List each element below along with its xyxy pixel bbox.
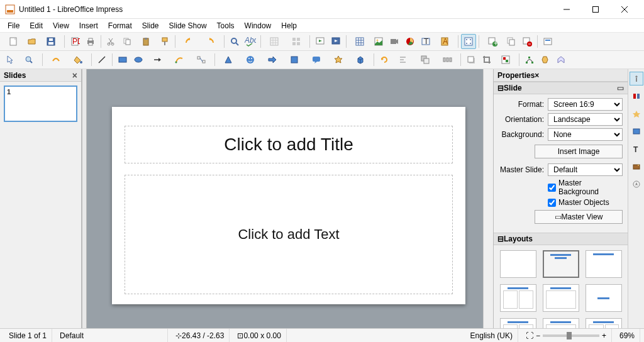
tab-animation[interactable] [630, 107, 643, 121]
start-current-button[interactable] [328, 34, 343, 49]
new-button[interactable] [3, 34, 24, 49]
master-slide-select[interactable]: Default [548, 163, 623, 176]
minimize-button[interactable] [552, 0, 581, 19]
clone-format-button[interactable] [157, 34, 172, 49]
zoom-percent[interactable]: 69% [614, 329, 640, 342]
delete-slide-button[interactable] [519, 34, 535, 49]
splitter[interactable] [82, 69, 87, 328]
rotate-button[interactable] [377, 52, 392, 67]
line-color-button[interactable] [45, 52, 67, 67]
insert-table-button[interactable] [349, 34, 370, 49]
menu-tools[interactable]: Tools [212, 20, 240, 31]
layout-title-only[interactable] [586, 250, 622, 278]
menu-format[interactable]: Format [103, 20, 137, 31]
insert-textbox-button[interactable]: T [418, 34, 433, 49]
arrange-button[interactable] [414, 52, 436, 67]
close-button[interactable] [610, 0, 639, 19]
3d-objects-button[interactable] [350, 52, 371, 67]
layout-content[interactable] [543, 284, 579, 312]
toggle-point-edit-button[interactable] [522, 52, 537, 67]
layout-title-content[interactable] [543, 250, 579, 278]
open-button[interactable] [25, 34, 40, 49]
tab-navigator[interactable] [630, 177, 643, 191]
layout-blank[interactable] [500, 250, 536, 278]
format-select[interactable]: Screen 16:9 [548, 98, 623, 111]
menu-view[interactable]: View [48, 20, 74, 31]
paste-button[interactable] [135, 34, 157, 49]
orientation-select[interactable]: Landscape [548, 113, 623, 126]
rectangle-tool[interactable] [115, 52, 130, 67]
redo-button[interactable] [200, 34, 221, 49]
zoom-tool[interactable] [18, 52, 40, 67]
distribute-button[interactable] [436, 52, 458, 67]
vertical-scrollbar[interactable] [483, 69, 493, 328]
glue-points-button[interactable] [538, 52, 553, 67]
save-button[interactable] [40, 34, 62, 49]
selection-tool[interactable] [3, 52, 18, 67]
menu-insert[interactable]: Insert [74, 20, 103, 31]
menu-slide[interactable]: Slide [137, 20, 164, 31]
tab-gallery[interactable] [630, 160, 643, 174]
stars-button[interactable] [328, 52, 349, 67]
tab-master-slides[interactable] [630, 124, 643, 138]
insert-av-button[interactable] [387, 34, 402, 49]
insert-fontwork-button[interactable]: A [434, 34, 455, 49]
export-pdf-button[interactable]: PDF [67, 34, 82, 49]
menu-help[interactable]: Help [276, 20, 302, 31]
extrusion-button[interactable] [553, 52, 569, 67]
find-button[interactable] [227, 34, 242, 49]
layout-2x1[interactable] [500, 318, 536, 328]
tab-styles[interactable]: T [630, 142, 643, 156]
text-placeholder[interactable]: Click to add Text [125, 175, 453, 294]
slide-layout-button[interactable] [540, 34, 555, 49]
filter-button[interactable] [495, 52, 516, 67]
slide-page[interactable]: Click to add Title Click to add Text [112, 107, 465, 304]
fit-page-button[interactable]: ⛶ [526, 331, 533, 340]
shadow-button[interactable] [464, 52, 479, 67]
connector-tool[interactable] [191, 52, 212, 67]
display-views-button[interactable] [286, 34, 307, 49]
menu-file[interactable]: File [3, 20, 25, 31]
layout-1x2[interactable] [543, 318, 579, 328]
maximize-button[interactable] [581, 0, 610, 19]
master-background-checkbox[interactable] [548, 184, 556, 192]
undo-button[interactable] [178, 34, 199, 49]
title-placeholder[interactable]: Click to add Title [125, 126, 453, 163]
master-view-button[interactable]: ▭ Master View [535, 210, 623, 224]
callouts-button[interactable] [306, 52, 327, 67]
slide-section-header[interactable]: ⊟ Slide▭ [494, 82, 628, 94]
duplicate-slide-button[interactable] [504, 34, 519, 49]
layout-two-content[interactable] [500, 284, 536, 312]
layout-2over1[interactable] [586, 318, 622, 328]
symbol-shapes-button[interactable] [240, 52, 261, 67]
crop-button[interactable] [479, 52, 494, 67]
layout-centered[interactable] [586, 284, 622, 312]
close-icon[interactable]: × [72, 70, 77, 80]
cut-button[interactable] [104, 34, 119, 49]
fill-color-button[interactable] [67, 52, 89, 67]
basic-shapes-button[interactable] [218, 52, 239, 67]
spellcheck-button[interactable]: Abc [243, 34, 258, 49]
insert-image-button[interactable] [371, 34, 386, 49]
print-button[interactable] [83, 34, 98, 49]
menu-edit[interactable]: Edit [25, 20, 48, 31]
menu-window[interactable]: Window [240, 20, 277, 31]
menu-slideshow[interactable]: Slide Show [164, 20, 212, 31]
zoom-slider[interactable]: ⛶ −+ [521, 329, 612, 342]
insert-image-button[interactable]: Insert Image [535, 145, 623, 158]
flowchart-button[interactable] [284, 52, 305, 67]
tab-properties[interactable] [630, 72, 643, 86]
status-lang[interactable]: English (UK) [465, 329, 518, 342]
line-tool[interactable] [94, 52, 109, 67]
background-select[interactable]: None [548, 128, 623, 141]
align-button[interactable] [392, 52, 414, 67]
insert-hyperlink-button[interactable] [461, 34, 476, 49]
master-objects-checkbox[interactable] [548, 199, 556, 207]
ellipse-tool[interactable] [131, 52, 146, 67]
tab-slide-transition[interactable] [630, 89, 643, 103]
layouts-section-header[interactable]: ⊟ Layouts [494, 233, 628, 245]
insert-chart-button[interactable] [402, 34, 418, 49]
display-grid-button[interactable] [264, 34, 285, 49]
block-arrows-button[interactable] [262, 52, 283, 67]
start-first-button[interactable] [313, 34, 328, 49]
